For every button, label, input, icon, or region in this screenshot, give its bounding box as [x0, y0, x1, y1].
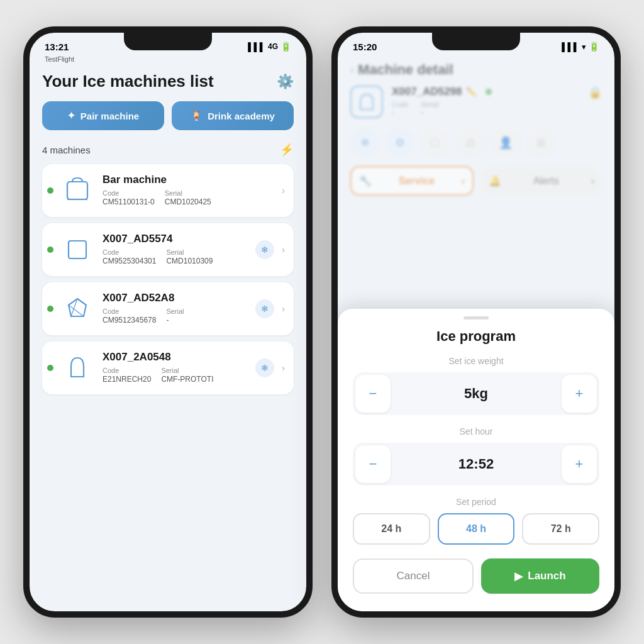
- launch-button[interactable]: ▶ Launch: [481, 558, 599, 594]
- snowflake-badge-ad52a8: ❄: [255, 299, 274, 318]
- machine-info-ad5574: X007_AD5574 CodeCM9525304301 SerialCMD10…: [103, 233, 248, 267]
- alerts-label: Alerts: [533, 175, 559, 187]
- signal-icon: ▌▌▌: [248, 42, 265, 52]
- machine-meta-ad5574: CodeCM9525304301 SerialCMD1010309: [103, 248, 248, 267]
- back-arrow-icon: ‹: [350, 64, 354, 77]
- pair-machine-button[interactable]: ✦ Pair machine: [42, 101, 164, 130]
- snowflake-badge-ad5574: ❄: [255, 240, 274, 259]
- weight-label: Set ice weight: [353, 356, 599, 366]
- machine-card-bar[interactable]: Bar machine CodeCM51100131-0 SerialCMD10…: [42, 164, 294, 217]
- machine-name-bar: Bar machine: [103, 174, 274, 186]
- code-ad5574: CodeCM9525304301: [103, 248, 156, 267]
- status-dot-ad5574: [47, 247, 53, 253]
- cocktail-icon: 🍹: [191, 110, 203, 121]
- hour-increase-button[interactable]: +: [562, 445, 597, 483]
- service-button[interactable]: 🔧 Service ›: [350, 166, 474, 196]
- svg-marker-3: [69, 299, 86, 316]
- action-buttons-row: 🔧 Service › 🔔 Alerts ›: [350, 166, 602, 196]
- serial-ad5574: SerialCMD1010309: [166, 248, 213, 267]
- svg-rect-0: [67, 182, 87, 199]
- ice-program-sheet: Ice program Set ice weight − 5kg + Set h…: [338, 309, 614, 611]
- machine-info-ad52a8: X007_AD52A8 CodeCM9512345678 Serial-: [103, 292, 248, 326]
- chevron-right-icon: ›: [282, 186, 285, 196]
- right-status-icons: ▌▌▌ ▾ 🔋: [562, 42, 599, 52]
- weight-increase-button[interactable]: +: [562, 375, 597, 413]
- drink-academy-button[interactable]: 🍹 Drink academy: [172, 101, 294, 130]
- machines-count: 4 machines: [42, 145, 91, 155]
- weight-btn[interactable]: ⚖: [456, 128, 485, 157]
- left-phone: 13:21 ▌▌▌ 4G 🔋 TestFlight Your Ice machi…: [23, 26, 313, 618]
- alerts-button[interactable]: 🔔 Alerts ›: [481, 166, 602, 196]
- machine-icon-ad5574: [60, 232, 95, 267]
- left-phone-content: Your Ice machines list ⚙️ ✦ Pair machine…: [30, 67, 306, 618]
- machine-meta-2a0548: CodeE21NRECH20 SerialCMF-PROTOTI: [103, 366, 248, 385]
- period-72h-button[interactable]: 72 h: [522, 513, 599, 545]
- settings-button[interactable]: ⚙️: [277, 74, 294, 90]
- lock-icon: 🔒: [588, 86, 602, 99]
- chevron-right-icon: ›: [282, 304, 285, 314]
- machine-info-bar: Bar machine CodeCM51100131-0 SerialCMD10…: [103, 174, 274, 208]
- chevron-right-icon: ›: [282, 363, 285, 373]
- sheet-handle: [464, 316, 489, 319]
- hour-label: Set hour: [353, 426, 599, 436]
- chevron-right-icon: ›: [282, 245, 285, 255]
- play-icon: ▶: [514, 570, 523, 583]
- battery-icon: 🔋: [280, 42, 291, 52]
- machine-meta-bar: CodeCM51100131-0 SerialCMD1020425: [103, 189, 274, 208]
- wrench-icon: 🔧: [359, 175, 372, 187]
- machine-icon-ad52a8: [60, 291, 95, 326]
- snowflake-badge-2a0548: ❄: [255, 358, 274, 377]
- bell-icon: 🔔: [489, 175, 501, 187]
- serial-ad52a8: Serial-: [166, 307, 184, 326]
- page-title: Your Ice machines list: [42, 72, 214, 91]
- status-dot-2a0548: [47, 365, 53, 371]
- machine-detail-icon: [350, 86, 383, 118]
- machine-card-2a0548[interactable]: X007_2A0548 CodeE21NRECH20 SerialCMF-PRO…: [42, 341, 294, 394]
- machine-name-ad5574: X007_AD5574: [103, 233, 248, 245]
- machine-name-ad52a8: X007_AD52A8: [103, 292, 248, 304]
- status-dot-ad52a8: [47, 306, 53, 312]
- bluetooth-icon: ✦: [67, 110, 75, 121]
- user-btn[interactable]: 👤: [491, 128, 520, 157]
- status-dot-bar: [47, 187, 53, 194]
- weight-value: 5kg: [393, 386, 559, 402]
- machine-card-ad52a8[interactable]: X007_AD52A8 CodeCM9512345678 Serial- ❄ ›: [42, 282, 294, 335]
- period-24h-button[interactable]: 24 h: [353, 513, 430, 545]
- machine-name-2a0548: X007_2A0548: [103, 351, 248, 364]
- machine-info-2a0548: X007_2A0548 CodeE21NRECH20 SerialCMF-PRO…: [103, 351, 248, 385]
- filter-icon[interactable]: ⚡: [280, 143, 294, 157]
- testflight-label: TestFlight: [30, 55, 306, 63]
- blurred-bg: ‹ Machine detail X007_AD5298 ✏️ C: [350, 62, 602, 196]
- cube-btn[interactable]: ⬡: [421, 128, 450, 157]
- machine-meta-ad52a8: CodeCM9512345678 Serial-: [103, 307, 248, 326]
- period-selector: 24 h 48 h 72 h: [353, 513, 599, 545]
- settings-detail-btn[interactable]: ⚙: [386, 128, 414, 157]
- period-48h-button[interactable]: 48 h: [438, 513, 515, 545]
- detail-code: Code-: [392, 101, 408, 117]
- machine-icon-2a0548: [60, 350, 95, 386]
- detail-meta: Code- Serial-: [392, 101, 492, 117]
- svg-rect-7: [71, 372, 84, 377]
- right-signal-icon: ▌▌▌: [562, 42, 579, 52]
- snowflake-btn[interactable]: ❄: [350, 128, 379, 157]
- right-battery-icon: 🔋: [589, 42, 599, 52]
- weight-decrease-button[interactable]: −: [355, 375, 391, 413]
- machine-card-ad5574[interactable]: X007_AD5574 CodeCM9525304301 SerialCMD10…: [42, 223, 294, 276]
- right-phone-content: ‹ Machine detail X007_AD5298 ✏️ C: [338, 58, 614, 611]
- svg-line-5: [77, 299, 86, 305]
- machine-icon-bar: [60, 173, 95, 208]
- hour-decrease-button[interactable]: −: [355, 445, 391, 483]
- service-label: Service: [399, 175, 435, 187]
- service-chevron-icon: ›: [462, 175, 465, 187]
- cancel-button[interactable]: Cancel: [353, 558, 474, 594]
- code-bar: CodeCM51100131-0: [103, 189, 155, 208]
- code-2a0548: CodeE21NRECH20: [103, 366, 151, 385]
- serial-bar: SerialCMD1020425: [165, 189, 211, 208]
- code-ad52a8: CodeCM9512345678: [103, 307, 156, 326]
- hour-value: 12:52: [393, 456, 559, 472]
- machines-count-row: 4 machines ⚡: [42, 143, 294, 157]
- grid-btn[interactable]: ⊞: [526, 128, 555, 157]
- serial-2a0548: SerialCMF-PROTOTI: [161, 366, 213, 385]
- page-title-row: Your Ice machines list ⚙️: [42, 72, 294, 91]
- detail-icons-row: ❄ ⚙ ⬡ ⚖ 👤 ⊞: [350, 128, 602, 157]
